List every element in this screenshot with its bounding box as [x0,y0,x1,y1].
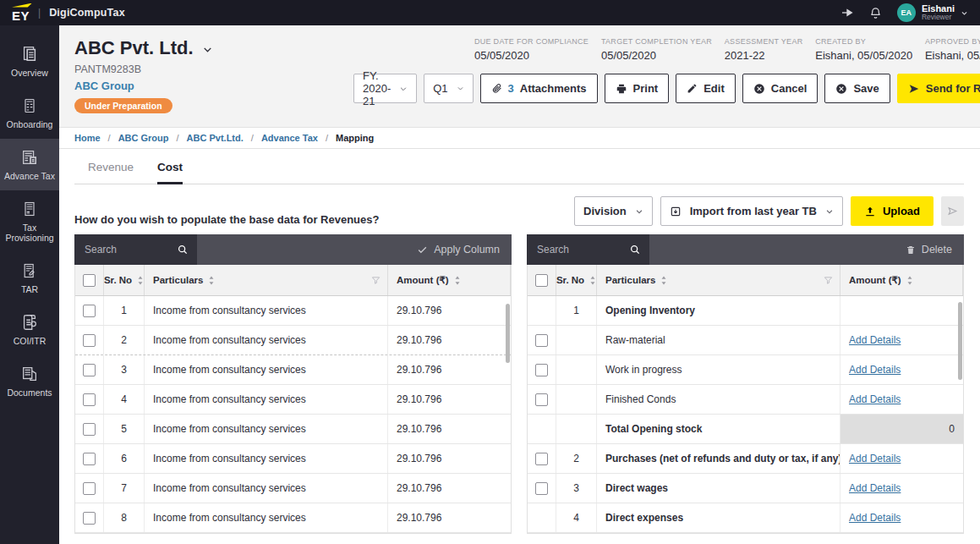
bell-icon[interactable] [869,7,882,19]
chevron-down-icon [635,207,643,216]
chevron-down-icon [825,207,834,216]
left-search-input[interactable] [85,244,173,256]
right-table-scrollbar[interactable] [958,302,962,380]
select-all-checkbox[interactable] [535,274,548,287]
filter-icon[interactable] [824,276,833,285]
brand-divider: | [38,7,41,19]
row-checkbox[interactable] [83,453,96,465]
breadcrumb-advance-tax[interactable]: Advance Tax [261,133,318,143]
sort-icon[interactable] [137,276,144,285]
add-details-link[interactable]: Add Details [849,453,901,464]
send-icon [908,83,920,95]
pencil-icon [687,83,698,94]
row-checkbox[interactable] [535,482,548,495]
row-checkbox[interactable] [83,393,96,406]
row-checkbox[interactable] [83,334,96,347]
sidebar-item-tar[interactable]: TAR [0,252,59,304]
app-screen: EY | DigiCompuTax EA Eishani Reviewer [0,0,980,544]
fy-select[interactable]: FY. 2020-21 [353,74,417,103]
delete-button[interactable]: Delete [906,244,964,256]
row-checkbox[interactable] [83,482,96,495]
right-search-input[interactable] [537,244,626,256]
sort-icon[interactable] [906,276,913,285]
left-table-scrollbar[interactable] [506,304,510,363]
revenue-source-table: Apply Column Sr. No Particulars Amount (… [74,234,512,534]
quarter-select[interactable]: Q1 [424,74,473,103]
division-select[interactable]: Division [574,196,653,226]
sort-icon[interactable] [589,276,596,285]
chevron-down-icon [399,85,408,93]
coi-itr-icon [20,313,39,332]
row-checkbox[interactable] [535,393,548,406]
entity-group-link[interactable]: ABC Group [74,80,353,92]
table-row: 3 Direct wages Add Details [528,474,963,503]
sidebar-item-tax-provisioning[interactable]: Tax Provisioning [0,190,59,252]
print-button[interactable]: Print [605,74,670,103]
pin-icon[interactable] [840,6,854,19]
onboarding-icon [21,96,38,115]
save-button[interactable]: Save [824,74,890,103]
send-disabled-icon [947,206,958,217]
meta-row: DUE DATE FOR COMPLIANCE 05/05/2020 TARGE… [474,37,980,62]
tab-revenue[interactable]: Revenue [88,161,134,184]
breadcrumb-abc-group[interactable]: ABC Group [118,133,169,143]
left-search[interactable] [74,234,197,265]
table-row: 6 Income from consultancy services 29.10… [75,444,511,474]
breadcrumb-home[interactable]: Home [74,133,101,143]
row-checkbox[interactable] [535,334,548,347]
table-actions: Division Import from last year TB Upload [574,196,964,226]
upload-button[interactable]: Upload [851,196,933,226]
import-icon [670,206,682,217]
right-search[interactable] [527,234,649,265]
sidebar-item-advance-tax[interactable]: Advance Tax [0,139,59,190]
add-details-link[interactable]: Add Details [849,393,901,405]
row-checkbox[interactable] [535,364,548,376]
table-row: 8 Income from consultancy services 29.10… [75,503,511,533]
row-checkbox[interactable] [83,512,96,525]
add-details-link[interactable]: Add Details [849,334,901,346]
add-details-link[interactable]: Add Details [849,482,901,494]
sort-icon[interactable] [454,276,461,285]
entity-chevron-down-icon[interactable] [202,44,213,55]
apply-column-button[interactable]: Apply Column [417,244,512,256]
user-role: Reviewer [922,14,955,21]
cancel-button[interactable]: Cancel [742,74,818,103]
sort-icon[interactable] [208,276,215,285]
search-icon [629,244,641,256]
send-for-review-button[interactable]: Send for Review [897,74,980,103]
meta-created-by: CREATED BY Eishani, 05/05/2020 [815,37,912,62]
check-icon [417,245,428,256]
tab-cost[interactable]: Cost [157,161,183,184]
row-checkbox[interactable] [83,364,96,376]
populate-question: How do you wish to populate the base dat… [74,213,379,226]
sidebar-item-overview[interactable]: Overview [0,36,59,87]
row-checkbox[interactable] [83,305,96,317]
row-checkbox[interactable] [535,453,548,465]
cost-mapping-table: Delete Sr. No Particulars Amount (₹) 1 O… [527,234,964,534]
meta-approved-by: APPROVED BY Eishani, 05/05/2020 [925,37,980,62]
sidebar-item-coi-itr[interactable]: COI/ITR [0,304,59,355]
select-all-checkbox[interactable] [83,274,96,287]
header-toolbar: FY. 2020-21 Q1 3 Attachments Print [353,74,980,103]
import-from-tb-select[interactable]: Import from last year TB [660,196,843,226]
table-row: 1 Income from consultancy services 29.10… [75,296,511,326]
breadcrumb: Home / ABC Group / ABC Pvt.Ltd. / Advanc… [59,127,980,149]
attachments-button[interactable]: 3 Attachments [480,74,598,103]
upload-icon [864,206,876,217]
sort-icon[interactable] [660,276,667,285]
table-row: Raw-material Add Details [528,326,963,355]
sidebar-item-onboarding[interactable]: Onboarding [0,87,59,139]
meta-due-date: DUE DATE FOR COMPLIANCE 05/05/2020 [474,37,589,62]
filter-icon[interactable] [371,276,381,285]
sidebar-item-documents[interactable]: Documents [0,355,59,407]
submit-disabled-button[interactable] [941,196,964,226]
edit-button[interactable]: Edit [676,74,736,103]
save-circle-icon [835,83,847,95]
entity-pan: PANTM9283B [74,63,353,75]
row-checkbox[interactable] [83,423,96,436]
add-details-link[interactable]: Add Details [849,512,901,524]
user-menu[interactable]: EA Eishani Reviewer [897,3,968,22]
add-details-link[interactable]: Add Details [849,364,901,376]
documents-icon [20,365,39,383]
breadcrumb-abc-pvt-ltd[interactable]: ABC Pvt.Ltd. [187,133,244,143]
